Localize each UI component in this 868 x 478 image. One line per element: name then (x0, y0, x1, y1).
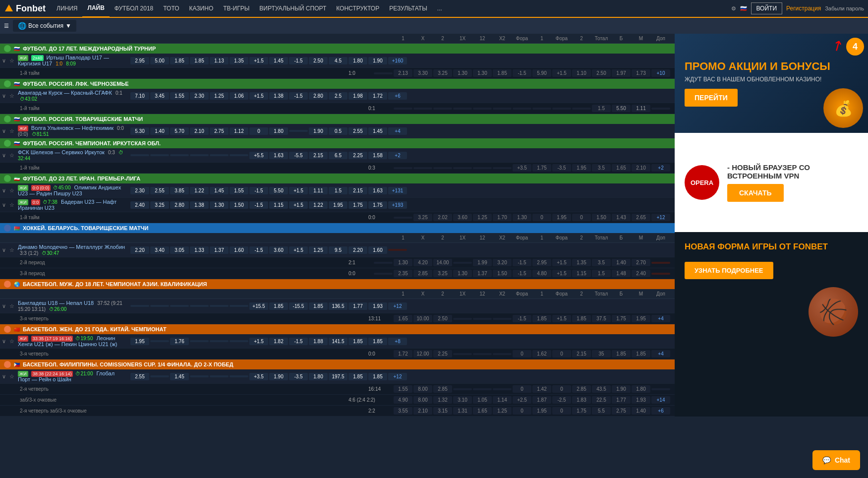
opera-download-button[interactable]: СКАЧАТЬ (727, 184, 784, 202)
register-link[interactable]: Регистрация (786, 5, 821, 12)
expand-icon[interactable]: ∨ (0, 202, 8, 208)
favorite-star[interactable]: ☆ (8, 58, 16, 64)
odds-cell[interactable]: 2.35 (394, 270, 412, 277)
odds-cell[interactable]: -1.5 (249, 187, 268, 194)
odds-cell[interactable]: 2.25 (348, 152, 367, 159)
odds-plus[interactable]: +10 (651, 69, 670, 77)
odds-cell[interactable]: 1.75 (368, 201, 387, 209)
odds-cell[interactable]: +5.5 (249, 152, 268, 159)
odds-cell[interactable]: 1.37 (473, 270, 492, 277)
odds-cell[interactable]: 1.38 (190, 201, 209, 209)
odds-cell[interactable]: 1.10 (572, 69, 591, 77)
odds-cell[interactable]: 1.50 (493, 270, 512, 277)
odds-cell[interactable]: 1.75 (532, 164, 551, 172)
odds-cell[interactable]: 2.10 (632, 164, 650, 172)
odds-cell[interactable]: 1.30 (453, 69, 472, 77)
odds-cell[interactable]: 1.55 (230, 187, 248, 194)
odds-cell[interactable]: 3.10 (453, 396, 472, 404)
odds-cell[interactable]: 2.30 (130, 187, 149, 194)
odds-cell[interactable]: 0 (513, 350, 531, 358)
favorite-star[interactable]: ☆ (8, 152, 16, 159)
odds-cell[interactable]: 5.5 (592, 407, 611, 415)
odds-cell[interactable]: 1.95 (572, 164, 591, 172)
odds-cell[interactable]: 3.15 (433, 407, 452, 415)
odds-cell[interactable]: 1.72 (394, 350, 412, 358)
odds-cell[interactable]: 2.80 (309, 92, 328, 100)
odds-plus[interactable]: +12 (388, 302, 407, 310)
nav-layv[interactable]: ЛАЙВ (82, 0, 109, 17)
odds-cell[interactable]: 4.80 (532, 270, 551, 277)
odds-plus[interactable]: +6 (651, 407, 670, 415)
odds-cell[interactable]: 1.15 (269, 201, 288, 209)
odds-cell[interactable]: 3.40 (150, 246, 169, 254)
odds-cell[interactable]: 1.85 (190, 57, 209, 64)
odds-cell[interactable]: -5.5 (289, 152, 308, 159)
odds-cell[interactable]: +3.5 (513, 164, 531, 172)
odds-plus[interactable]: +4 (651, 315, 670, 322)
favorite-star[interactable]: ☆ (8, 303, 16, 309)
odds-cell[interactable]: 1.85 (170, 57, 189, 64)
odds-cell[interactable]: 0 (513, 407, 531, 415)
odds-cell[interactable]: 2.70 (632, 259, 650, 266)
odds-cell[interactable]: 1.80 (632, 385, 650, 393)
match-name[interactable]: Авангард-м Курск — Красный-СГАФК (18, 90, 112, 96)
odds-cell[interactable]: 4.5 (329, 57, 347, 64)
odds-cell[interactable]: 1.85 (532, 315, 551, 322)
odds-cell[interactable]: 1.30 (394, 259, 412, 266)
expand-icon[interactable]: ∨ (0, 152, 8, 159)
odds-cell[interactable]: 2.10 (413, 407, 432, 415)
odds-cell[interactable]: 1.22 (309, 201, 328, 209)
odds-cell[interactable]: 5.70 (170, 127, 189, 135)
odds-cell[interactable]: 1.35 (230, 57, 248, 64)
expand-icon[interactable]: ∨ (0, 187, 8, 194)
odds-cell[interactable]: 1.40 (612, 259, 631, 266)
odds-cell[interactable]: 2.75 (210, 127, 229, 135)
odds-cell[interactable]: 1.82 (269, 338, 288, 345)
odds-cell[interactable]: 5.50 (269, 187, 288, 194)
settings-icon[interactable]: ⚙ (731, 5, 736, 12)
odds-cell[interactable]: +1.5 (289, 201, 308, 209)
odds-cell[interactable]: 1.12 (230, 127, 248, 135)
odds-cell[interactable]: 1.85 (368, 373, 387, 380)
odds-cell[interactable]: -1.5 (513, 259, 531, 266)
odds-cell[interactable]: 8.00 (413, 385, 432, 393)
odds-cell[interactable]: 1.80 (309, 373, 328, 380)
odds-cell[interactable]: 1.63 (368, 187, 387, 194)
odds-cell[interactable]: 2.15 (572, 350, 591, 358)
odds-cell[interactable]: 1.33 (190, 246, 209, 254)
odds-cell[interactable]: +1.5 (249, 338, 268, 345)
odds-cell[interactable]: 1.90 (368, 57, 387, 64)
odds-cell[interactable]: 1.45 (170, 373, 189, 380)
odds-cell[interactable]: 2.15 (348, 187, 367, 194)
odds-cell[interactable]: 1.30 (210, 201, 229, 209)
odds-cell[interactable]: 197.5 (329, 373, 347, 380)
odds-cell[interactable]: 1.38 (269, 92, 288, 100)
odds-cell[interactable]: 1.87 (532, 396, 551, 404)
odds-plus[interactable]: +8 (388, 338, 407, 345)
odds-cell[interactable]: 2.85 (433, 385, 452, 393)
odds-plus[interactable]: +2 (388, 152, 407, 159)
odds-cell[interactable]: +1.5 (249, 57, 268, 64)
menu-toggle[interactable]: ☰ (4, 23, 9, 29)
odds-cell[interactable]: 1.95 (130, 338, 149, 345)
odds-cell[interactable]: +3.5 (249, 373, 268, 380)
odds-cell[interactable]: 1.85 (632, 350, 650, 358)
odds-cell[interactable]: 2.95 (130, 57, 149, 64)
odds-cell[interactable]: 1.83 (572, 396, 591, 404)
expand-icon[interactable]: ∨ (0, 58, 8, 64)
odds-cell[interactable]: 2.25 (433, 350, 452, 358)
odds-plus[interactable]: +131 (388, 187, 407, 194)
odds-cell[interactable]: 3.25 (433, 69, 452, 77)
odds-cell[interactable]: 1.37 (210, 246, 229, 254)
odds-cell[interactable]: 2.02 (433, 214, 452, 221)
odds-cell[interactable]: 2.85 (413, 270, 432, 277)
odds-cell[interactable]: 3.5 (592, 164, 611, 172)
odds-cell[interactable]: 0 (552, 407, 571, 415)
odds-cell[interactable]: 2.20 (130, 246, 149, 254)
odds-cell[interactable]: 2.50 (592, 69, 611, 77)
odds-cell[interactable]: 1.95 (552, 214, 571, 221)
odds-cell[interactable]: +1.5 (289, 246, 308, 254)
odds-cell[interactable]: 1.65 (612, 164, 631, 172)
odds-cell[interactable]: 3.25 (433, 270, 452, 277)
odds-cell[interactable]: 2.15 (309, 152, 328, 159)
